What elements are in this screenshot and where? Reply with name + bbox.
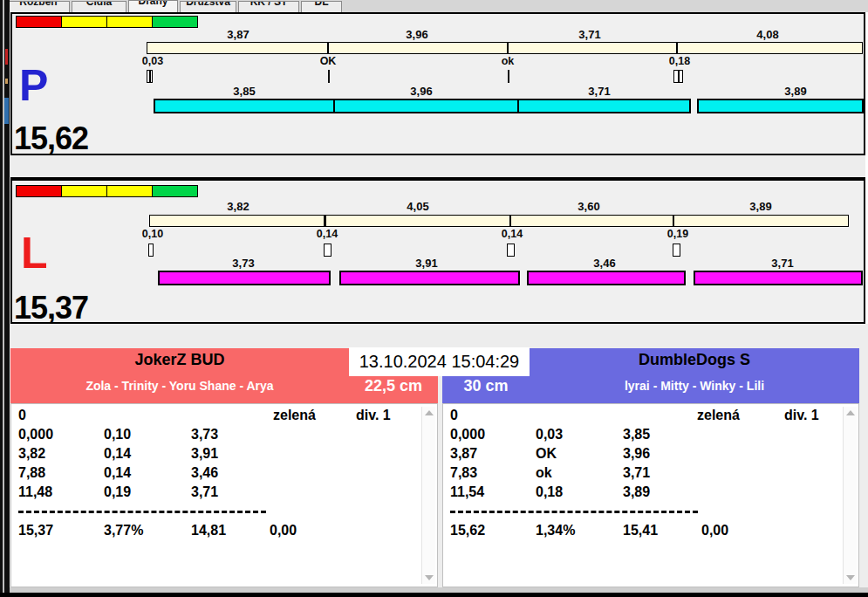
scroll-up-icon[interactable] xyxy=(425,410,434,415)
split-cell: 0,14 xyxy=(104,446,131,462)
run-time: 3,96 xyxy=(410,85,432,98)
segment-divider xyxy=(676,43,678,53)
lane-p-total: 15,62 xyxy=(14,122,88,155)
sensor-tick xyxy=(508,70,509,83)
tab-cidla[interactable]: Čidla xyxy=(72,1,126,12)
scroll-down-icon[interactable] xyxy=(425,575,434,580)
background-window-sliver xyxy=(0,0,10,597)
split-cell: 3,46 xyxy=(191,465,218,481)
split-cell: 0,18 xyxy=(536,484,563,500)
light-yellow xyxy=(106,185,153,197)
light-yellow xyxy=(61,185,107,197)
datetime-display: 13.10.2024 15:04:29 xyxy=(349,347,530,376)
change-mark: 0,14 xyxy=(502,228,523,240)
lane-l-panel: 3,82 4,05 3,60 3,89 0,10 0,14 0,14 0,19 … xyxy=(10,177,865,324)
status-label: zelená xyxy=(697,408,740,423)
change-mark: 0,10 xyxy=(142,228,163,240)
tab-label: KK / ST xyxy=(239,1,298,8)
run-time-bar xyxy=(697,99,864,113)
scroll-down-icon[interactable] xyxy=(846,575,855,580)
run-time: 3,71 xyxy=(771,257,793,270)
sensor-tick xyxy=(673,70,683,83)
team-name: DumbleDogs S xyxy=(530,351,859,369)
segment-divider xyxy=(507,43,509,53)
division-label: div. 1 xyxy=(784,408,819,423)
tab-kk-st[interactable]: KK / ST xyxy=(238,1,299,12)
split-cell: 3,71 xyxy=(623,465,650,481)
status-label: zelená xyxy=(273,408,316,423)
tab-label: Čidla xyxy=(72,1,126,8)
change-mark: 0,14 xyxy=(317,228,338,240)
dashed-separator xyxy=(18,511,266,513)
total-penalty: 0,00 xyxy=(270,523,297,539)
split-cell: 3,71 xyxy=(191,484,218,500)
sensor-tick-line xyxy=(678,71,680,82)
segment-divider xyxy=(324,216,326,226)
tab-dl[interactable]: DL xyxy=(301,1,342,12)
total-penalty: 0,00 xyxy=(701,523,728,539)
run-time: 3,73 xyxy=(232,257,254,270)
tab-rozbeh[interactable]: Rozběh xyxy=(10,1,70,12)
sensor-tick-line xyxy=(149,71,151,82)
run-time-bar xyxy=(158,271,331,285)
split-cell: 0,10 xyxy=(104,427,131,443)
window-bottom-border xyxy=(0,593,868,597)
split-cell: 7,88 xyxy=(18,465,45,481)
lane-l-total: 15,37 xyxy=(14,292,88,325)
start-value: 0 xyxy=(18,408,26,423)
split-cell: 7,83 xyxy=(450,465,477,481)
total-time: 15,37 xyxy=(18,523,53,539)
start-value: 0 xyxy=(450,408,458,423)
scrollbar[interactable] xyxy=(843,407,857,584)
segment-time: 3,87 xyxy=(227,28,249,41)
sensor-tick xyxy=(328,70,330,83)
split-cell: 3,96 xyxy=(623,446,650,462)
segment-time: 3,60 xyxy=(578,200,599,213)
tab-label: DL xyxy=(302,1,341,8)
change-mark: OK xyxy=(320,55,337,67)
total-net: 14,81 xyxy=(191,523,226,539)
run-time-bar xyxy=(694,271,863,285)
segment-time: 4,05 xyxy=(407,200,428,213)
tab-bar: Rozběh Čidla Dráhy Družstva KK / ST DL xyxy=(10,0,868,12)
light-green xyxy=(152,185,198,197)
total-percent: 1,34% xyxy=(536,523,575,539)
total-net: 15,41 xyxy=(623,523,658,539)
light-yellow xyxy=(61,16,107,28)
run-time: 3,71 xyxy=(588,85,610,98)
run-time: 3,46 xyxy=(593,257,615,270)
split-cell: 0,000 xyxy=(450,427,485,443)
background-fragment xyxy=(5,79,8,84)
tab-label: Rozběh xyxy=(10,1,69,8)
start-lights xyxy=(16,185,197,197)
split-cell: 0,000 xyxy=(18,427,53,443)
segment-time: 4,08 xyxy=(756,28,778,41)
total-percent: 3,77% xyxy=(104,523,143,539)
run-bar-divider xyxy=(333,100,335,112)
segment-time: 3,71 xyxy=(578,28,600,41)
segment-bar xyxy=(149,215,849,227)
segment-divider xyxy=(327,43,329,53)
start-lights xyxy=(16,16,197,28)
segment-time: 3,82 xyxy=(227,200,249,213)
tab-drahy-active[interactable]: Dráhy xyxy=(128,0,178,12)
run-bar-divider xyxy=(517,100,519,112)
background-fragment xyxy=(4,98,9,124)
total-time: 15,62 xyxy=(450,523,485,539)
segment-time: 3,89 xyxy=(749,200,771,213)
sensor-tick xyxy=(673,244,680,257)
team-left-result-table[interactable]: 0 zelená div. 1 0,000 0,10 3,73 3,82 0,1… xyxy=(10,403,438,587)
split-cell: 0,19 xyxy=(104,484,131,500)
split-cell: 0,14 xyxy=(104,465,131,481)
tab-druzstva[interactable]: Družstva xyxy=(180,1,236,12)
team-dogs: lyrai - Mitty - Winky - Lili xyxy=(530,379,859,393)
light-yellow xyxy=(106,16,153,28)
team-right-result-table[interactable]: 0 zelená div. 1 0,000 0,03 3,85 3,87 OK … xyxy=(442,403,859,587)
run-time: 3,91 xyxy=(415,257,437,270)
segment-bar xyxy=(147,42,863,54)
scroll-up-icon[interactable] xyxy=(846,410,855,415)
scrollbar[interactable] xyxy=(421,407,435,584)
lane-p-panel: 3,87 3,96 3,71 4,08 0,03 OK ok 0,18 P 3,… xyxy=(10,12,865,155)
segment-divider xyxy=(673,216,674,226)
sensor-tick xyxy=(507,244,515,257)
